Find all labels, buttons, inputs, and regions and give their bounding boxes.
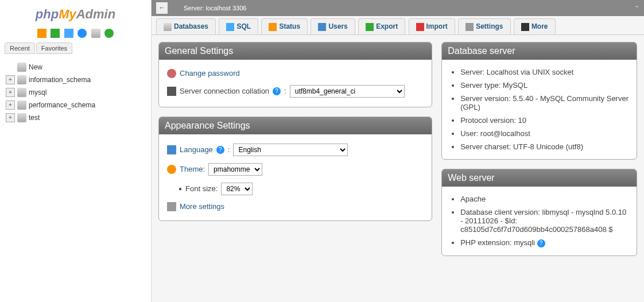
- bullet-icon: ●: [179, 185, 182, 192]
- dbserver-item: Server: Localhost via UNIX socket: [460, 65, 629, 79]
- users-icon: [318, 23, 326, 31]
- panel-title: Appearance Settings: [159, 117, 432, 134]
- topbar: ← Server: localhost 3306 ⌃: [152, 0, 644, 16]
- collation-select[interactable]: utf8mb4_general_ci: [290, 85, 405, 98]
- content: General Settings Change password Server …: [152, 35, 644, 302]
- dbserver-item: Server charset: UTF-8 Unicode (utf8): [460, 140, 629, 153]
- dbserver-item: Protocol version: 10: [460, 114, 629, 127]
- webserver-item: PHP extension: mysqli ?: [460, 236, 629, 250]
- logo-admin: Admin: [76, 7, 115, 21]
- tab-sql[interactable]: SQL: [219, 18, 258, 34]
- tab-favorites[interactable]: Favorites: [36, 42, 72, 54]
- language-select[interactable]: English: [233, 144, 348, 156]
- home-icon[interactable]: [37, 29, 46, 38]
- collation-icon: [167, 87, 176, 96]
- dbserver-item: Server type: MySQL: [460, 79, 629, 92]
- panel-appearance-settings: Appearance Settings Language ?: English …: [158, 117, 432, 221]
- status-icon: [269, 23, 277, 31]
- database-icon: [17, 113, 26, 122]
- db-tree: New +information_schema +mysql +performa…: [0, 56, 151, 129]
- nav-icons: [0, 26, 151, 40]
- main-tabbar: Databases SQL Status Users Export Import…: [152, 16, 644, 35]
- help-icon[interactable]: ?: [216, 146, 224, 154]
- theme-select[interactable]: pmahomme: [208, 163, 262, 176]
- panel-title: Database server: [442, 42, 637, 60]
- import-icon: [416, 23, 424, 31]
- breadcrumb[interactable]: Server: localhost 3306: [184, 5, 246, 11]
- panel-database-server: Database server Server: Localhost via UN…: [441, 42, 637, 160]
- sidebar-tabs: RecentFavorites: [0, 40, 151, 56]
- expand-icon[interactable]: +: [6, 88, 15, 97]
- tab-settings[interactable]: Settings: [458, 18, 510, 34]
- database-icon: [17, 100, 26, 110]
- export-icon: [366, 23, 374, 31]
- tab-status[interactable]: Status: [261, 18, 308, 34]
- theme-label[interactable]: Theme:: [180, 165, 205, 173]
- database-icon: [17, 75, 26, 84]
- expand-icon[interactable]: +: [6, 75, 15, 84]
- wrench-icon: [167, 202, 176, 211]
- docs-icon[interactable]: [77, 29, 87, 38]
- help-icon[interactable]: ?: [537, 239, 545, 247]
- expand-icon[interactable]: +: [6, 113, 15, 122]
- panel-general-settings: General Settings Change password Server …: [158, 42, 432, 107]
- databases-icon: [164, 23, 172, 31]
- logo[interactable]: phpMyAdmin: [0, 5, 151, 26]
- settings-icon: [465, 23, 474, 31]
- password-icon: [167, 69, 176, 78]
- query-icon[interactable]: [64, 29, 73, 38]
- main: ← Server: localhost 3306 ⌃ Databases SQL…: [152, 0, 644, 302]
- tab-more[interactable]: More: [514, 18, 556, 34]
- collation-label: Server connection collation: [180, 87, 269, 95]
- panel-title: General Settings: [159, 42, 432, 60]
- reload-icon[interactable]: [104, 29, 114, 38]
- nav-settings-icon[interactable]: [91, 29, 100, 38]
- new-db-icon: [17, 63, 26, 72]
- dbserver-item: User: root@localhost: [460, 127, 629, 140]
- tab-databases[interactable]: Databases: [156, 18, 216, 34]
- panel-web-server: Web server Apache Database client versio…: [441, 169, 637, 256]
- tree-db[interactable]: mysql: [29, 88, 46, 96]
- tab-export[interactable]: Export: [358, 18, 405, 34]
- webserver-item: Apache: [460, 192, 629, 206]
- language-icon: [167, 145, 176, 154]
- more-icon: [521, 23, 529, 31]
- tree-db[interactable]: performance_schema: [29, 101, 95, 109]
- more-settings-link[interactable]: More settings: [180, 202, 224, 211]
- language-label[interactable]: Language: [180, 145, 213, 154]
- logo-php: php: [36, 7, 59, 21]
- panel-title: Web server: [442, 169, 637, 187]
- back-button[interactable]: ←: [156, 2, 168, 14]
- sql-icon: [226, 23, 234, 31]
- collapse-icon[interactable]: ⌃: [634, 5, 639, 12]
- tree-db[interactable]: test: [29, 114, 40, 122]
- server-icon: [172, 4, 180, 12]
- logo-my: My: [59, 7, 76, 21]
- tree-branch-icon: [6, 63, 15, 72]
- sidebar: phpMyAdmin RecentFavorites New +informat…: [0, 0, 152, 302]
- tab-recent[interactable]: Recent: [5, 42, 35, 54]
- fontsize-select[interactable]: 82%: [221, 183, 253, 195]
- theme-icon: [167, 165, 176, 174]
- expand-icon[interactable]: +: [6, 100, 15, 110]
- help-icon[interactable]: ?: [273, 87, 281, 95]
- tab-import[interactable]: Import: [409, 18, 455, 34]
- database-icon: [17, 88, 26, 97]
- tree-db[interactable]: information_schema: [29, 76, 91, 84]
- tab-users[interactable]: Users: [311, 18, 355, 34]
- webserver-item: Database client version: libmysql - mysq…: [460, 206, 629, 236]
- change-password-link[interactable]: Change password: [180, 69, 240, 78]
- dbserver-item: Server version: 5.5.40 - MySQL Community…: [460, 92, 629, 114]
- tree-new[interactable]: New: [29, 63, 42, 71]
- fontsize-label: Font size:: [185, 184, 218, 193]
- logout-icon[interactable]: [51, 29, 60, 38]
